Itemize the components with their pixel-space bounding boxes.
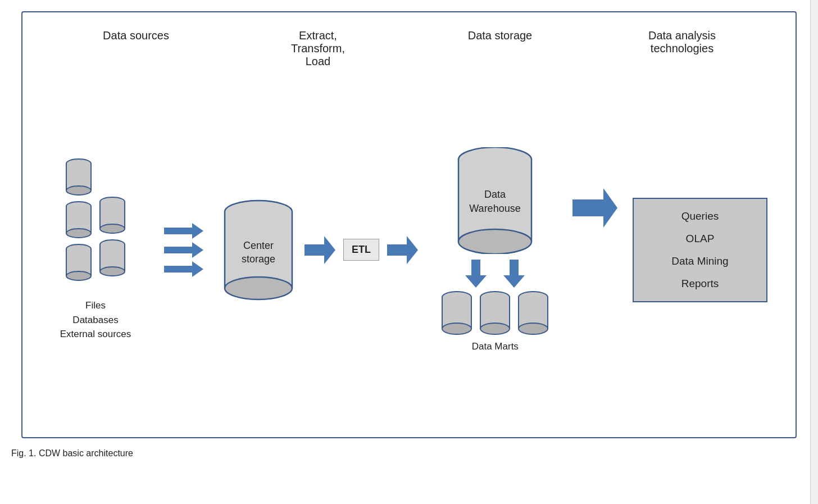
center-storage-cylinder: Center storage xyxy=(222,199,295,301)
svg-text:Warehouse: Warehouse xyxy=(470,203,521,214)
svg-text:Data: Data xyxy=(484,189,506,200)
cylinder-small-3 xyxy=(65,243,92,281)
down-arrow-1 xyxy=(465,260,487,288)
down-arrows xyxy=(465,260,525,288)
svg-point-9 xyxy=(66,229,91,238)
svg-point-32 xyxy=(225,277,292,299)
cylinder-small-1 xyxy=(65,158,92,196)
arrows-from-sources xyxy=(164,223,203,277)
etl-arrow xyxy=(305,236,335,264)
etl-label: ETL xyxy=(343,239,379,261)
analysis-item-data-mining: Data Mining xyxy=(671,255,728,267)
svg-text:storage: storage xyxy=(242,253,275,265)
svg-text:Center: Center xyxy=(243,240,274,251)
section-data-sources: Files Databases External sources xyxy=(45,158,146,342)
svg-marker-45 xyxy=(503,260,525,288)
main-area: Files Databases External sources Center xyxy=(45,79,773,420)
data-mart-cylinder-1 xyxy=(441,290,472,335)
data-mart-cylinder-2 xyxy=(479,290,511,335)
svg-marker-25 xyxy=(164,223,203,239)
down-arrow-2 xyxy=(503,260,525,288)
svg-marker-35 xyxy=(305,236,335,264)
section-data-analysis: Queries OLAP Data Mining Reports xyxy=(627,198,773,302)
svg-marker-61 xyxy=(572,188,617,228)
diagram-container: Data sources Extract, Transform, Load Da… xyxy=(21,11,797,438)
section-data-warehouse: Data Warehouse xyxy=(428,147,562,352)
cylinders-group xyxy=(65,158,126,281)
etl-section: ETL xyxy=(305,236,418,264)
col-header-data-analysis: Data analysis technologies xyxy=(591,29,773,68)
arrow-to-analysis xyxy=(572,188,617,228)
arrow-right-3 xyxy=(164,261,203,277)
svg-point-19 xyxy=(100,224,125,233)
svg-point-60 xyxy=(519,323,548,334)
column-headers: Data sources Extract, Transform, Load Da… xyxy=(45,29,773,68)
svg-marker-36 xyxy=(387,236,418,264)
data-marts-cylinders xyxy=(441,290,549,335)
svg-point-14 xyxy=(66,271,91,280)
col-header-data-sources: Data sources xyxy=(45,29,227,68)
data-mart-cylinder-3 xyxy=(517,290,549,335)
analysis-box: Queries OLAP Data Mining Reports xyxy=(633,198,767,302)
col-header-etl: Extract, Transform, Load xyxy=(227,29,409,68)
svg-marker-27 xyxy=(164,261,203,277)
cylinder-small-5 xyxy=(99,239,126,277)
col-header-data-storage: Data storage xyxy=(409,29,591,68)
arrow-right-1 xyxy=(164,223,203,239)
data-marts-label: Data Marts xyxy=(472,341,519,352)
arrow-right-2 xyxy=(164,242,203,258)
big-arrow-right xyxy=(572,188,617,228)
svg-point-41 xyxy=(458,229,531,254)
cylinder-column-right xyxy=(99,196,126,277)
svg-marker-26 xyxy=(164,242,203,258)
etl-arrow-2 xyxy=(387,236,418,264)
cylinder-small-2 xyxy=(65,201,92,239)
svg-point-4 xyxy=(66,186,91,195)
analysis-item-reports: Reports xyxy=(681,278,719,290)
figure-caption: Fig. 1. CDW basic architecture xyxy=(11,448,787,458)
svg-marker-44 xyxy=(465,260,487,288)
cylinder-small-4 xyxy=(99,196,126,234)
data-warehouse-cylinder: Data Warehouse xyxy=(456,147,534,254)
data-sources-label: Files Databases External sources xyxy=(60,298,131,342)
svg-point-55 xyxy=(480,323,510,334)
scrollbar[interactable] xyxy=(810,0,818,504)
analysis-item-olap: OLAP xyxy=(686,233,715,245)
svg-point-24 xyxy=(100,267,125,276)
cylinder-column-left xyxy=(65,158,92,281)
svg-point-50 xyxy=(442,323,471,334)
section-center-storage: Center storage xyxy=(222,199,295,301)
analysis-item-queries: Queries xyxy=(681,210,719,223)
